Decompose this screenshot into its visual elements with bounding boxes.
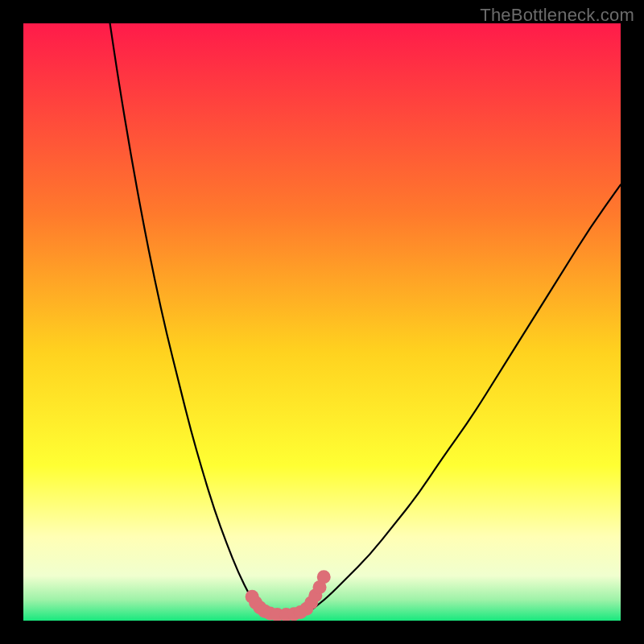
chart-stage: TheBottleneck.com [0,0,644,644]
plot-box [23,23,621,621]
valley-marker [317,570,331,584]
plot-svg [23,23,621,621]
